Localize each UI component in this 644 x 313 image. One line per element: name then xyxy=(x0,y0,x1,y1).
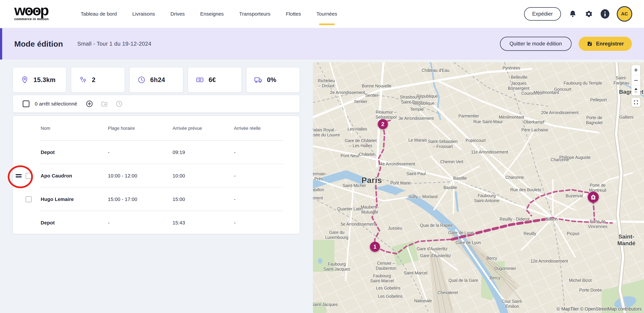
stat-value: 15.3km xyxy=(34,76,56,84)
selection-count-label: 0 arrêt sélectionné xyxy=(35,101,77,107)
map-label-cour-saint-emilion: Cour Saint- Émilion xyxy=(502,299,523,309)
add-stop-icon[interactable] xyxy=(86,100,93,108)
select-all-checkbox[interactable] xyxy=(23,101,30,107)
map-label-bercy: Bercy xyxy=(490,275,500,281)
info-icon[interactable] xyxy=(601,9,610,19)
map-label-popincourt: Popincourt xyxy=(466,138,486,143)
table-row-depot: Depot-09:19- xyxy=(13,141,300,164)
save-button[interactable]: Enregistrer xyxy=(579,37,632,51)
truck-icon xyxy=(254,76,262,84)
nav-actions: Expédier AC xyxy=(524,0,632,28)
map-label-picpus: Picpus xyxy=(567,231,579,236)
stat-card-stops: 2 xyxy=(71,67,125,93)
map-label-richelieu-drouot: Richelieu – Drouot xyxy=(318,78,335,88)
map-label-les-halles: Les Halles xyxy=(348,127,367,132)
column-header-arrivee-prevue: Arrivée prévue xyxy=(172,126,202,131)
table-header-row: Nom Plage horaire Arrivée prévue Arrivée… xyxy=(13,116,300,141)
table-row-depot: Depot-15:43- xyxy=(13,211,300,234)
map-label-chevaleret: Chevaleret xyxy=(438,290,458,295)
drag-handle-icon[interactable] xyxy=(16,173,22,178)
map-marker-stop-1[interactable]: 1 xyxy=(370,242,380,252)
map-label-germain-pres: Germain- -Prés xyxy=(313,171,327,181)
map-attribution[interactable]: © MapTiler © OpenStreetMap contributors xyxy=(557,307,642,312)
main-nav: Tableau de bordLivraisonsDrivesEnseignes… xyxy=(81,0,337,28)
logo-o-dot-icon xyxy=(28,10,30,12)
edit-mode-banner: Mode édition Small - Tour 1 du 19-12-202… xyxy=(0,28,644,60)
banner-actions: Quitter le mode édition Enregistrer xyxy=(500,37,632,51)
expedier-button[interactable]: Expédier xyxy=(524,7,561,21)
map-label-saint-paul: Saint-Paul xyxy=(406,171,426,176)
logo-wordmark: woop xyxy=(14,4,65,16)
map-label-jussieu: Jussieu xyxy=(388,226,402,231)
map-label-buzenval: Buzenval xyxy=(566,193,583,198)
map-label-censier-daubenton: Censier – Daubenton xyxy=(376,261,396,271)
cell-name: Depot xyxy=(41,220,55,226)
gear-icon[interactable] xyxy=(584,9,593,18)
zoom-out-button[interactable]: − xyxy=(632,75,640,85)
row-checkbox[interactable] xyxy=(26,173,32,179)
logo-o-dot-icon xyxy=(36,10,38,12)
map-label-quartier-latin: Quartier Latin xyxy=(337,206,362,211)
map-label-sentier: Sentier xyxy=(354,99,367,104)
nav-item-drives[interactable]: Drives xyxy=(170,0,185,28)
fullscreen-button[interactable] xyxy=(632,98,640,107)
nav-item-transporteurs[interactable]: Transporteurs xyxy=(239,0,270,28)
nav-item-flottes[interactable]: Flottes xyxy=(286,0,301,28)
cell-name: Depot xyxy=(41,150,55,155)
cell-planned: 15:43 xyxy=(172,220,185,226)
map-label-faubourg-du-temple: Faubourg du Temple xyxy=(564,81,602,86)
map-label-3e-arrondissement: 3e Arrondissement xyxy=(399,116,434,121)
map-label-qual-de-la-gare: Qual de la Gare xyxy=(448,278,478,283)
column-header-nom: Nom xyxy=(41,126,50,131)
top-nav-bar: woop commerce in motion Tableau de bordL… xyxy=(0,0,644,28)
row-checkbox[interactable] xyxy=(26,196,32,202)
nav-item-enseignes[interactable]: Enseignes xyxy=(200,0,224,28)
map-label-ssement: ssement xyxy=(313,196,323,201)
cell-window: - xyxy=(108,220,110,226)
logo[interactable]: woop commerce in motion xyxy=(14,4,65,21)
bell-icon[interactable] xyxy=(568,9,577,18)
table-body: Depot-09:19-Apo Caudron10:00 - 12:0010:0… xyxy=(13,141,300,234)
map-label-5e-arrondissement: 5e Arrondissement xyxy=(341,222,376,227)
map-label-faubourg-saint-jacques: Faubourg Saint-Jacques xyxy=(324,262,350,272)
tilt-control[interactable] xyxy=(632,85,640,95)
map-label-gare-de-lyon: Gare de Lyon xyxy=(456,240,481,245)
map-label-charonne: Charonne xyxy=(505,175,524,180)
map-label-chatelet: Châtelet xyxy=(359,152,374,157)
map-label-gare-du-luxembourg: Gare du Luxembourg xyxy=(325,230,348,240)
zoom-in-button[interactable]: + xyxy=(632,65,640,75)
map-label-parmentier: Parmentier xyxy=(458,114,479,119)
column-header-arrivee-reelle: Arrivée réelle xyxy=(234,126,261,131)
cell-actual: - xyxy=(234,173,236,179)
map-marker-depot[interactable] xyxy=(588,191,599,203)
stat-card-truck: 0% xyxy=(246,67,300,93)
map-zoom-controls: + − xyxy=(632,65,640,95)
tour-stats-row: 15.3km26h246€0% xyxy=(12,67,300,93)
map-label-reuilly-diderot: Reuilly - Diderot xyxy=(500,217,530,222)
map-label-belleville: Belleville xyxy=(511,75,528,80)
avatar[interactable]: AC xyxy=(617,6,632,22)
map-marker-stop-2[interactable]: 2 xyxy=(378,119,388,129)
nav-item-tournees[interactable]: Tournées xyxy=(316,0,337,28)
cell-window: 10:00 - 12:00 xyxy=(108,173,137,179)
cell-planned: 09:19 xyxy=(172,150,185,155)
nav-item-livraisons[interactable]: Livraisons xyxy=(132,0,155,28)
map-label-oberkampf: Oberkampf xyxy=(524,120,544,125)
map-label-menilmontant: Ménilmontant xyxy=(499,115,524,120)
cell-planned: 15:00 xyxy=(172,197,185,202)
map-label-faubourg-saint-antoine: Faubourg Saint-Antoine xyxy=(474,193,499,203)
quit-edit-mode-button[interactable]: Quitter le mode édition xyxy=(500,37,572,51)
map-label-saint-mande: Saint-Mandé xyxy=(617,233,636,247)
map-label-pont-neuf: Pont Neuf xyxy=(340,153,359,158)
map-label-gare-de-lyon: Gare de Lyon xyxy=(448,230,474,235)
stat-value: 6h24 xyxy=(150,76,165,84)
map-canvas[interactable]: Château d'EauPyrénéesBellevilleFaubourg … xyxy=(313,62,644,313)
map-label-bonne-nouvelle: Bonne Nouvelle xyxy=(362,84,392,89)
map-label-gallieni: Gallieni xyxy=(619,115,633,120)
nav-item-tableau-de-bord[interactable]: Tableau de bord xyxy=(81,0,117,28)
schedule-icon xyxy=(116,100,123,107)
cell-name: Apo Caudron xyxy=(41,173,72,179)
app: woop commerce in motion Tableau de bordL… xyxy=(0,0,644,313)
table-row-hugo-lemaire: Hugo Lemaire15:00 - 17:0015:00- xyxy=(13,187,300,211)
map-label-gare-d-austerlitz: Gare d'Austerlitz xyxy=(420,253,451,258)
